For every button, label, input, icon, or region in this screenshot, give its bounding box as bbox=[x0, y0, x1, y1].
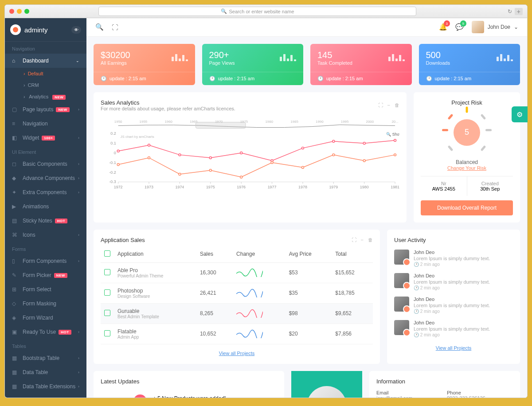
badge-hot: HOT bbox=[55, 219, 67, 223]
stat-update: update : 2:15 am bbox=[326, 76, 363, 81]
nav-crm[interactable]: CRM bbox=[5, 79, 86, 91]
risk-gauge: 5 bbox=[445, 110, 489, 155]
select-all-checkbox[interactable] bbox=[104, 250, 110, 257]
search-icon[interactable]: 🔍 bbox=[95, 23, 104, 31]
message-count: 5 bbox=[460, 20, 466, 27]
nav-label: Data Table Extensions bbox=[23, 383, 75, 390]
nav-bootstrap-table[interactable]: ▦Bootstrap Table› bbox=[5, 351, 86, 365]
svg-point-57 bbox=[271, 161, 273, 164]
nav-widget[interactable]: ◧Widget100+› bbox=[5, 131, 86, 145]
stat-card-0[interactable]: $30200All Earnings 🕐update : 2:15 am bbox=[94, 44, 195, 85]
svg-text:1980: 1980 bbox=[265, 120, 273, 124]
row-checkbox[interactable] bbox=[104, 269, 110, 275]
stat-update: update : 2:15 am bbox=[435, 76, 472, 81]
activity-item[interactable]: John Deo Lorem Ipsum is simply dummy tex… bbox=[394, 273, 513, 290]
change-risk-link[interactable]: Change Your Risk bbox=[421, 165, 513, 171]
expand-icon[interactable]: ⛶ bbox=[378, 102, 383, 108]
download-report-button[interactable]: Download Overall Report bbox=[421, 200, 513, 215]
notification-count: 3 bbox=[444, 20, 450, 27]
minimize-icon[interactable]: − bbox=[387, 102, 390, 108]
change-sparkline bbox=[233, 324, 286, 344]
stat-sparkline bbox=[280, 54, 296, 61]
nav-basic-components[interactable]: ◻Basic Components› bbox=[5, 157, 86, 171]
minimize-icon[interactable]: − bbox=[361, 237, 364, 242]
change-sparkline bbox=[233, 303, 286, 324]
nav-form-picker[interactable]: ✎Form PickerNEW bbox=[5, 268, 86, 282]
gear-icon: ⚙ bbox=[516, 110, 523, 119]
card-title: User Activity bbox=[394, 237, 513, 243]
user-menu[interactable]: John Doe ⌄ bbox=[472, 21, 518, 33]
activity-text: Lorem Ipsum is simply dummy text. bbox=[414, 256, 513, 261]
app-name: Photoshop bbox=[117, 288, 193, 294]
table-row[interactable]: FlatableAdmin App 10,652 $20 $7,856 bbox=[101, 324, 373, 344]
nav-default[interactable]: Default bbox=[5, 68, 86, 79]
bell-icon[interactable]: 🔔3 bbox=[439, 23, 447, 31]
nav-form-select[interactable]: ⊞Form Select bbox=[5, 282, 86, 297]
row-checkbox[interactable] bbox=[104, 330, 110, 336]
project-risk-card: Project Risk 5 Balanced Change bbox=[414, 92, 520, 223]
risk-value: 5 bbox=[454, 119, 480, 146]
new-tab-icon[interactable]: + bbox=[515, 8, 523, 15]
trash-icon[interactable]: 🗑 bbox=[368, 237, 373, 242]
svg-point-54 bbox=[179, 173, 181, 175]
sales-value: 26,421 bbox=[196, 283, 233, 303]
sales-analytics-card: Sales Analytics For more details about u… bbox=[94, 92, 407, 223]
stat-card-1[interactable]: 290+Page Views 🕐update : 2:15 am bbox=[202, 44, 304, 85]
stat-card-3[interactable]: 500Downloads 🕐update : 2:15 am bbox=[419, 44, 520, 85]
nav-form-masking[interactable]: ◇Form Masking bbox=[5, 297, 86, 311]
trash-icon[interactable]: 🗑 bbox=[395, 102, 399, 108]
nav-footable[interactable]: #FooTable bbox=[5, 394, 86, 398]
username: John Doe bbox=[488, 24, 510, 30]
fullscreen-icon[interactable]: ⛶ bbox=[112, 23, 118, 31]
stat-value: 145 bbox=[317, 50, 352, 60]
sales-value: 8,265 bbox=[196, 303, 233, 324]
view-all-projects-link[interactable]: View all Projects bbox=[219, 351, 255, 356]
row-checkbox[interactable] bbox=[104, 289, 110, 296]
url-bar[interactable]: 🔍 Search or enter website name bbox=[98, 7, 416, 16]
badge-new: NEW bbox=[54, 273, 67, 278]
nav-form-components[interactable]: ▯Form Components› bbox=[5, 254, 86, 268]
nav-advance-components[interactable]: ◆Advance Components› bbox=[5, 171, 86, 185]
analytics-chart[interactable]: 1950195519601965197019751980198519901995… bbox=[101, 116, 399, 191]
app-sub: Design Software bbox=[117, 294, 193, 299]
stat-card-2[interactable]: 145Task Completed 🕐update : 2:15 am bbox=[310, 44, 412, 85]
home-icon: ⌂ bbox=[12, 58, 18, 64]
row-checkbox[interactable] bbox=[104, 310, 110, 316]
nav-analytics[interactable]: Analytics NEW bbox=[5, 91, 86, 102]
table-row[interactable]: Able ProPowerful Admin Theme 16,300 $53 … bbox=[101, 262, 373, 283]
nav-label: Animations bbox=[23, 203, 49, 210]
col-sales: Sales bbox=[196, 246, 233, 263]
view-all-activity-link[interactable]: View all Projects bbox=[436, 345, 472, 351]
nav-ready-to-use[interactable]: ▣Ready To UseHOT› bbox=[5, 325, 86, 339]
nav-data-table[interactable]: ▦Data Table› bbox=[5, 365, 86, 379]
minimize-window-icon[interactable] bbox=[17, 9, 22, 14]
nav-icons[interactable]: ⌘Icons› bbox=[5, 228, 86, 242]
activity-item[interactable]: John Deo Lorem Ipsum is simply dummy tex… bbox=[394, 250, 513, 267]
command-icon: ⌘ bbox=[12, 232, 18, 238]
box-icon: ◻ bbox=[12, 161, 18, 167]
chat-icon[interactable]: 💬5 bbox=[455, 23, 464, 31]
table-row[interactable]: PhotoshopDesign Software 26,421 $35 $18,… bbox=[101, 283, 373, 303]
close-window-icon[interactable] bbox=[9, 9, 14, 14]
nav-dt-extensions[interactable]: ▦Data Table Extensions› bbox=[5, 379, 86, 394]
widget-icon: ◧ bbox=[12, 135, 18, 141]
nav-form-wizard[interactable]: ◈Form Wizard bbox=[5, 311, 86, 325]
maximize-window-icon[interactable] bbox=[24, 9, 29, 14]
nav-animations[interactable]: ▶Animations bbox=[5, 199, 86, 214]
reload-icon[interactable]: ↻ bbox=[508, 8, 512, 15]
activity-item[interactable]: John Deo Lorem Ipsum is simply dummy tex… bbox=[394, 320, 513, 337]
table-row[interactable]: GuruableBest Admin Template 8,265 $98 $9… bbox=[101, 303, 373, 324]
nav-sticky-notes[interactable]: ▤Sticky NotesHOT bbox=[5, 214, 86, 228]
shield-icon: ◇ bbox=[12, 301, 18, 307]
settings-fab[interactable]: ⚙ bbox=[512, 106, 528, 122]
logo[interactable]: adminty 👁 bbox=[5, 18, 86, 42]
col-application: Application bbox=[114, 246, 196, 263]
expand-icon[interactable]: ⛶ bbox=[352, 237, 356, 242]
nav-dashboard[interactable]: ⌂ Dashboard ⌄ bbox=[5, 54, 86, 68]
activity-item[interactable]: John Deo Lorem Ipsum is simply dummy tex… bbox=[394, 297, 513, 314]
eye-icon[interactable]: 👁 bbox=[71, 26, 81, 34]
chevron-right-icon: › bbox=[78, 259, 79, 263]
nav-page-layouts[interactable]: ▢Page layoutsNEW› bbox=[5, 102, 86, 117]
nav-navigation[interactable]: ≡Navigation bbox=[5, 117, 86, 131]
nav-extra-components[interactable]: ✦Extra Components› bbox=[5, 185, 86, 199]
